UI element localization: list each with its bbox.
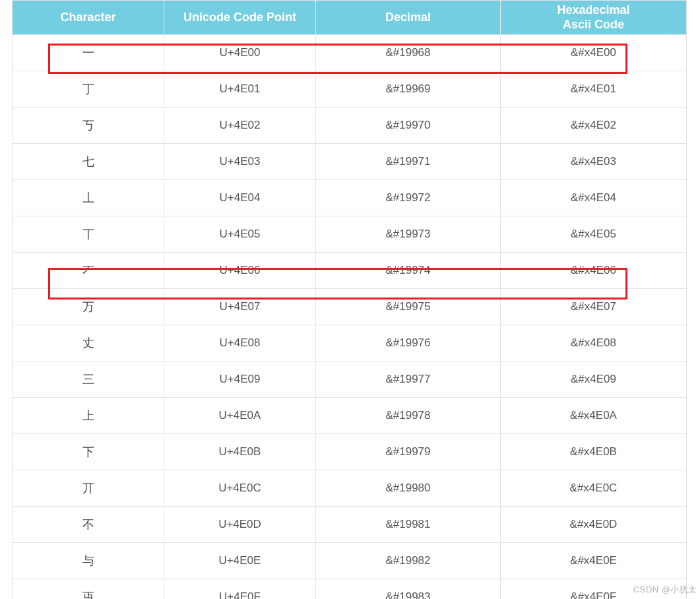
table-row: 丂U+4E02&#19970&#x4E02 (13, 108, 687, 144)
cell-hex: &#x4E08 (501, 325, 687, 362)
cell-decimal: &#19982 (316, 543, 501, 579)
cell-codepoint: U+4E0D (164, 507, 316, 543)
cell-codepoint: U+4E07 (164, 289, 316, 325)
table-row: 丈U+4E08&#19976&#x4E08 (13, 325, 687, 362)
cell-character: 丏 (13, 579, 164, 599)
cell-codepoint: U+4E03 (164, 144, 316, 180)
cell-character: 丄 (13, 180, 164, 216)
cell-character: 万 (13, 289, 164, 325)
table-row: 七U+4E03&#19971&#x4E03 (13, 144, 687, 180)
cell-hex: &#x4E05 (501, 216, 687, 253)
col-header-character: Character (13, 1, 164, 35)
table-row: 丁U+4E01&#19969&#x4E01 (13, 71, 687, 108)
cell-character: 七 (13, 144, 164, 180)
cell-hex: &#x4E0B (501, 434, 687, 470)
cell-codepoint: U+4E04 (164, 180, 316, 216)
cell-hex: &#x4E04 (501, 180, 687, 216)
col-header-codepoint: Unicode Code Point (164, 1, 316, 35)
cell-hex: &#x4E0D (501, 507, 687, 543)
cell-character: 丅 (13, 216, 164, 253)
cell-hex: &#x4E07 (501, 289, 687, 325)
cell-decimal: &#19983 (316, 579, 501, 599)
cell-codepoint: U+4E0E (164, 543, 316, 579)
table-row: 丏U+4E0F&#19983&#x4E0F (13, 579, 687, 599)
cell-character: 与 (13, 543, 164, 579)
cell-hex: &#x4E0E (501, 543, 687, 579)
cell-character: 下 (13, 434, 164, 470)
cell-character: 一 (13, 35, 164, 71)
cell-hex: &#x4E01 (501, 71, 687, 108)
cell-character: 三 (13, 362, 164, 398)
cell-character: 不 (13, 507, 164, 543)
cell-codepoint: U+4E05 (164, 216, 316, 253)
col-header-hex-line1: Hexadecimal (501, 1, 687, 18)
cell-hex: &#x4E06 (501, 253, 687, 289)
table-row: 丅U+4E05&#19973&#x4E05 (13, 216, 687, 253)
cell-decimal: &#19970 (316, 108, 501, 144)
cell-codepoint: U+4E0C (164, 470, 316, 507)
cell-codepoint: U+4E06 (164, 253, 316, 289)
table-body: 一U+4E00&#19968&#x4E00丁U+4E01&#19969&#x4E… (13, 35, 687, 599)
cell-hex: &#x4E0A (501, 398, 687, 434)
table-row: 与U+4E0E&#19982&#x4E0E (13, 543, 687, 579)
table-row: 丆U+4E06&#19974&#x4E06 (13, 253, 687, 289)
cell-codepoint: U+4E0B (164, 434, 316, 470)
cell-decimal: &#19981 (316, 507, 501, 543)
cell-codepoint: U+4E09 (164, 362, 316, 398)
cell-hex: &#x4E09 (501, 362, 687, 398)
cell-character: 上 (13, 398, 164, 434)
cell-hex: &#x4E00 (501, 35, 687, 71)
cell-character: 丌 (13, 470, 164, 507)
cell-decimal: &#19971 (316, 144, 501, 180)
cell-hex: &#x4E03 (501, 144, 687, 180)
table-row: 不U+4E0D&#19981&#x4E0D (13, 507, 687, 543)
cell-hex: &#x4E0C (501, 470, 687, 507)
table-row: 上U+4E0A&#19978&#x4E0A (13, 398, 687, 434)
unicode-table: Character Unicode Code Point Decimal Hex… (12, 0, 687, 599)
cell-character: 丆 (13, 253, 164, 289)
cell-codepoint: U+4E08 (164, 325, 316, 362)
cell-decimal: &#19978 (316, 398, 501, 434)
cell-decimal: &#19972 (316, 180, 501, 216)
cell-codepoint: U+4E02 (164, 108, 316, 144)
col-header-hex-line2: Ascii Code (501, 18, 687, 35)
table-row: 一U+4E00&#19968&#x4E00 (13, 35, 687, 71)
cell-decimal: &#19975 (316, 289, 501, 325)
cell-decimal: &#19969 (316, 71, 501, 108)
watermark: CSDN @小犹太 (633, 584, 697, 596)
cell-decimal: &#19968 (316, 35, 501, 71)
table-row: 万U+4E07&#19975&#x4E07 (13, 289, 687, 325)
cell-character: 丂 (13, 108, 164, 144)
cell-codepoint: U+4E00 (164, 35, 316, 71)
cell-decimal: &#19973 (316, 216, 501, 253)
table-row: 三U+4E09&#19977&#x4E09 (13, 362, 687, 398)
cell-codepoint: U+4E01 (164, 71, 316, 108)
cell-decimal: &#19980 (316, 470, 501, 507)
cell-decimal: &#19976 (316, 325, 501, 362)
cell-decimal: &#19974 (316, 253, 501, 289)
cell-codepoint: U+4E0F (164, 579, 316, 599)
cell-decimal: &#19977 (316, 362, 501, 398)
table-row: 丌U+4E0C&#19980&#x4E0C (13, 470, 687, 507)
table-row: 丄U+4E04&#19972&#x4E04 (13, 180, 687, 216)
cell-character: 丁 (13, 71, 164, 108)
col-header-decimal: Decimal (316, 1, 501, 35)
cell-codepoint: U+4E0A (164, 398, 316, 434)
cell-hex: &#x4E02 (501, 108, 687, 144)
cell-character: 丈 (13, 325, 164, 362)
cell-decimal: &#19979 (316, 434, 501, 470)
table-row: 下U+4E0B&#19979&#x4E0B (13, 434, 687, 470)
